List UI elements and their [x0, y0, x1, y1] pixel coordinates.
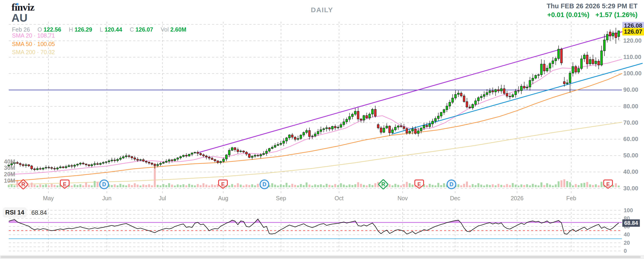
candle: [334, 126, 336, 128]
candle: [231, 148, 233, 150]
finviz-chart-page: finviz AU DAILY Thu FEB 26 2026 5:29 PM …: [0, 0, 644, 259]
candle: [237, 150, 238, 152]
candle: [454, 94, 456, 98]
candle: [286, 138, 288, 141]
candle: [615, 33, 617, 38]
candle: [257, 155, 259, 156]
candle: [274, 146, 276, 147]
candle: [262, 154, 264, 154]
candle: [306, 130, 308, 132]
candle: [312, 136, 313, 136]
candle: [449, 102, 450, 106]
candle: [340, 125, 342, 127]
sma200-label: SMA 200: [12, 49, 35, 55]
candle: [326, 128, 328, 128]
candle: [266, 151, 268, 154]
open-label: O: [38, 26, 42, 33]
candle: [564, 82, 565, 84]
candle: [352, 114, 353, 116]
candle: [68, 166, 70, 166]
price-axis-tick: 110.00: [623, 54, 641, 60]
candle: [506, 93, 508, 96]
candle: [360, 119, 362, 120]
candle: [291, 135, 293, 137]
candle: [377, 125, 379, 128]
open-value: 122.56: [44, 26, 61, 33]
candle: [609, 32, 611, 36]
candle: [248, 154, 250, 158]
candle: [526, 87, 528, 88]
horizontal-scrollbar-thumb[interactable]: [0, 256, 641, 258]
price-chart-canvas[interactable]: REDEDREDE: [0, 0, 644, 259]
candle: [100, 163, 101, 164]
candle: [397, 126, 399, 127]
price-axis-tick: 30.00: [623, 185, 638, 192]
sma20-value: 108.71: [37, 32, 55, 39]
candle: [566, 83, 568, 84]
close-label: C: [130, 26, 134, 33]
price-axis-tick: 120.00: [623, 37, 642, 44]
candle: [116, 160, 118, 161]
candle: [366, 116, 368, 118]
price-axis-tick: 100.00: [623, 70, 642, 77]
candle: [429, 124, 430, 126]
candle: [174, 159, 176, 160]
candle: [71, 166, 72, 166]
candle: [480, 96, 482, 98]
ticker-symbol: AU: [12, 12, 28, 24]
sma50-separator: ·: [34, 41, 36, 47]
dividend-marker[interactable]: D: [260, 180, 269, 189]
rsi-axis-tick: 0: [624, 248, 627, 254]
candle: [60, 167, 61, 168]
high-label: H: [69, 26, 73, 33]
candle: [514, 91, 516, 95]
candle: [145, 161, 147, 162]
candle: [584, 55, 585, 59]
candle: [211, 158, 213, 160]
quote-datetime: Thu FEB 26 2026 5:29 PM ET: [546, 2, 638, 10]
split-marker[interactable]: R: [378, 180, 388, 189]
price-change: +0.01 (0.01%) +1.57 (1.26%): [543, 11, 638, 19]
candle: [62, 167, 64, 168]
candle: [114, 160, 116, 160]
volume-axis-tick: 10M: [2, 178, 15, 184]
dividend-marker[interactable]: D: [100, 180, 108, 189]
candle: [600, 51, 602, 65]
candle: [512, 95, 514, 97]
sma200-legend: SMA 200 · 70.32: [12, 49, 55, 56]
candle: [486, 93, 488, 95]
candle: [142, 160, 144, 161]
candle: [31, 166, 32, 169]
high-value: 126.29: [75, 26, 92, 33]
candle: [343, 122, 344, 125]
month-axis-label: Nov: [398, 195, 408, 202]
split-marker[interactable]: R: [18, 180, 28, 189]
candle: [85, 164, 87, 165]
candle: [94, 164, 96, 164]
candle: [308, 130, 310, 136]
candle: [452, 98, 454, 102]
candle: [440, 112, 442, 116]
candle: [417, 131, 419, 134]
dividend-marker[interactable]: D: [447, 180, 456, 189]
earnings-marker[interactable]: E: [60, 180, 69, 188]
candle: [271, 147, 273, 149]
candle: [386, 126, 388, 128]
candle: [160, 163, 162, 164]
candle: [332, 126, 333, 129]
candle: [406, 128, 408, 133]
candle: [363, 116, 364, 120]
candle: [575, 66, 577, 72]
rsi-indicator-label[interactable]: RSI 14: [3, 208, 27, 218]
candle: [478, 98, 479, 101]
candle: [534, 75, 536, 78]
rsi-current-value: 68.84: [31, 209, 47, 216]
candle: [240, 151, 242, 152]
price-axis-tick: 80.00: [623, 103, 638, 110]
candle: [28, 165, 30, 166]
candle: [434, 118, 436, 121]
volume-label: Vol: [161, 26, 169, 33]
month-axis-label: Jun: [102, 195, 112, 202]
candle: [503, 89, 505, 94]
candle: [108, 161, 110, 162]
